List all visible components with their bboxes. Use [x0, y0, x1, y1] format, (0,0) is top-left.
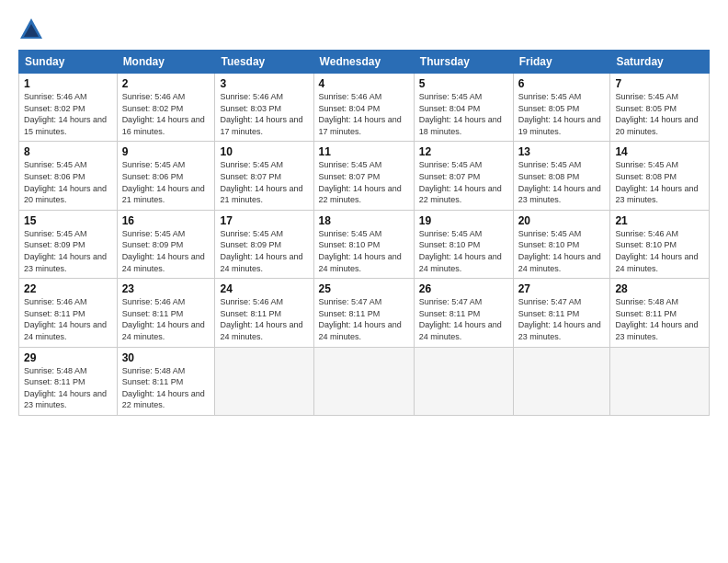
calendar-cell: 25 Sunrise: 5:47 AMSunset: 8:11 PMDaylig…	[313, 279, 414, 347]
calendar-cell: 20 Sunrise: 5:45 AMSunset: 8:10 PMDaylig…	[513, 210, 610, 278]
calendar-header-saturday: Saturday	[610, 51, 710, 74]
day-number: 10	[220, 145, 308, 158]
page: SundayMondayTuesdayWednesdayThursdayFrid…	[0, 0, 728, 563]
day-info: Sunrise: 5:45 AMSunset: 8:04 PMDaylight:…	[419, 92, 502, 136]
day-info: Sunrise: 5:46 AMSunset: 8:11 PMDaylight:…	[220, 297, 302, 341]
calendar-header-thursday: Thursday	[414, 51, 513, 74]
day-number: 21	[615, 214, 704, 227]
day-info: Sunrise: 5:47 AMSunset: 8:11 PMDaylight:…	[319, 297, 402, 341]
day-number: 4	[319, 77, 409, 90]
day-number: 2	[122, 77, 210, 90]
day-info: Sunrise: 5:45 AMSunset: 8:08 PMDaylight:…	[615, 160, 698, 204]
day-number: 6	[518, 77, 606, 90]
day-number: 26	[419, 282, 508, 295]
day-info: Sunrise: 5:45 AMSunset: 8:10 PMDaylight:…	[419, 229, 502, 273]
day-info: Sunrise: 5:45 AMSunset: 8:10 PMDaylight:…	[518, 229, 601, 273]
calendar-header-friday: Friday	[513, 51, 610, 74]
calendar-cell: 30 Sunrise: 5:48 AMSunset: 8:11 PMDaylig…	[117, 347, 215, 415]
day-info: Sunrise: 5:45 AMSunset: 8:07 PMDaylight:…	[319, 160, 402, 204]
day-info: Sunrise: 5:45 AMSunset: 8:09 PMDaylight:…	[220, 229, 302, 273]
calendar-cell: 4 Sunrise: 5:46 AMSunset: 8:04 PMDayligh…	[313, 74, 414, 142]
day-info: Sunrise: 5:47 AMSunset: 8:11 PMDaylight:…	[419, 297, 502, 341]
calendar-cell: 13 Sunrise: 5:45 AMSunset: 8:08 PMDaylig…	[513, 142, 610, 210]
day-info: Sunrise: 5:48 AMSunset: 8:11 PMDaylight:…	[122, 366, 205, 410]
calendar-cell: 5 Sunrise: 5:45 AMSunset: 8:04 PMDayligh…	[414, 74, 513, 142]
day-number: 27	[518, 282, 606, 295]
calendar-cell: 1 Sunrise: 5:46 AMSunset: 8:02 PMDayligh…	[19, 74, 118, 142]
calendar-cell	[513, 347, 610, 415]
day-info: Sunrise: 5:48 AMSunset: 8:11 PMDaylight:…	[615, 297, 698, 341]
day-number: 15	[24, 214, 112, 227]
calendar-cell: 8 Sunrise: 5:45 AMSunset: 8:06 PMDayligh…	[19, 142, 118, 210]
logo-icon	[18, 17, 44, 42]
day-number: 5	[419, 77, 508, 90]
calendar-cell: 2 Sunrise: 5:46 AMSunset: 8:02 PMDayligh…	[117, 74, 215, 142]
day-info: Sunrise: 5:45 AMSunset: 8:09 PMDaylight:…	[122, 229, 205, 273]
day-info: Sunrise: 5:46 AMSunset: 8:02 PMDaylight:…	[122, 92, 205, 136]
day-number: 23	[122, 282, 210, 295]
day-number: 29	[24, 351, 112, 364]
day-info: Sunrise: 5:45 AMSunset: 8:08 PMDaylight:…	[518, 160, 601, 204]
logo	[18, 17, 48, 42]
day-number: 28	[615, 282, 704, 295]
day-info: Sunrise: 5:45 AMSunset: 8:09 PMDaylight:…	[24, 229, 107, 273]
calendar-cell: 19 Sunrise: 5:45 AMSunset: 8:10 PMDaylig…	[414, 210, 513, 278]
day-info: Sunrise: 5:46 AMSunset: 8:03 PMDaylight:…	[220, 92, 302, 136]
calendar-cell: 15 Sunrise: 5:45 AMSunset: 8:09 PMDaylig…	[19, 210, 118, 278]
day-info: Sunrise: 5:46 AMSunset: 8:11 PMDaylight:…	[24, 297, 107, 341]
day-number: 13	[518, 145, 606, 158]
day-number: 12	[419, 145, 508, 158]
calendar-cell: 17 Sunrise: 5:45 AMSunset: 8:09 PMDaylig…	[215, 210, 313, 278]
calendar-header-wednesday: Wednesday	[313, 51, 414, 74]
day-number: 16	[122, 214, 210, 227]
day-info: Sunrise: 5:48 AMSunset: 8:11 PMDaylight:…	[24, 366, 107, 410]
calendar-cell: 29 Sunrise: 5:48 AMSunset: 8:11 PMDaylig…	[19, 347, 118, 415]
day-info: Sunrise: 5:45 AMSunset: 8:06 PMDaylight:…	[24, 160, 107, 204]
calendar-cell	[414, 347, 513, 415]
calendar-cell: 18 Sunrise: 5:45 AMSunset: 8:10 PMDaylig…	[313, 210, 414, 278]
day-number: 20	[518, 214, 606, 227]
day-info: Sunrise: 5:46 AMSunset: 8:04 PMDaylight:…	[319, 92, 402, 136]
calendar-cell: 26 Sunrise: 5:47 AMSunset: 8:11 PMDaylig…	[414, 279, 513, 347]
day-number: 17	[220, 214, 308, 227]
calendar-header-monday: Monday	[117, 51, 215, 74]
calendar-cell: 6 Sunrise: 5:45 AMSunset: 8:05 PMDayligh…	[513, 74, 610, 142]
day-info: Sunrise: 5:45 AMSunset: 8:10 PMDaylight:…	[319, 229, 402, 273]
day-number: 1	[24, 77, 112, 90]
calendar-cell: 12 Sunrise: 5:45 AMSunset: 8:07 PMDaylig…	[414, 142, 513, 210]
day-info: Sunrise: 5:45 AMSunset: 8:06 PMDaylight:…	[122, 160, 205, 204]
calendar-cell	[313, 347, 414, 415]
header	[18, 17, 710, 42]
calendar-cell: 9 Sunrise: 5:45 AMSunset: 8:06 PMDayligh…	[117, 142, 215, 210]
calendar-cell: 22 Sunrise: 5:46 AMSunset: 8:11 PMDaylig…	[19, 279, 118, 347]
calendar-cell: 11 Sunrise: 5:45 AMSunset: 8:07 PMDaylig…	[313, 142, 414, 210]
calendar-cell: 27 Sunrise: 5:47 AMSunset: 8:11 PMDaylig…	[513, 279, 610, 347]
day-info: Sunrise: 5:45 AMSunset: 8:07 PMDaylight:…	[220, 160, 302, 204]
day-number: 3	[220, 77, 308, 90]
day-number: 8	[24, 145, 112, 158]
day-number: 14	[615, 145, 704, 158]
day-info: Sunrise: 5:46 AMSunset: 8:02 PMDaylight:…	[24, 92, 107, 136]
calendar-cell: 24 Sunrise: 5:46 AMSunset: 8:11 PMDaylig…	[215, 279, 313, 347]
calendar-cell: 3 Sunrise: 5:46 AMSunset: 8:03 PMDayligh…	[215, 74, 313, 142]
day-number: 25	[319, 282, 409, 295]
day-info: Sunrise: 5:46 AMSunset: 8:10 PMDaylight:…	[615, 229, 698, 273]
calendar-cell: 16 Sunrise: 5:45 AMSunset: 8:09 PMDaylig…	[117, 210, 215, 278]
day-info: Sunrise: 5:45 AMSunset: 8:07 PMDaylight:…	[419, 160, 502, 204]
calendar-cell: 23 Sunrise: 5:46 AMSunset: 8:11 PMDaylig…	[117, 279, 215, 347]
calendar-cell: 7 Sunrise: 5:45 AMSunset: 8:05 PMDayligh…	[610, 74, 710, 142]
calendar-cell: 28 Sunrise: 5:48 AMSunset: 8:11 PMDaylig…	[610, 279, 710, 347]
day-number: 18	[319, 214, 409, 227]
day-number: 9	[122, 145, 210, 158]
calendar-cell	[610, 347, 710, 415]
day-info: Sunrise: 5:45 AMSunset: 8:05 PMDaylight:…	[518, 92, 601, 136]
day-info: Sunrise: 5:46 AMSunset: 8:11 PMDaylight:…	[122, 297, 205, 341]
day-info: Sunrise: 5:47 AMSunset: 8:11 PMDaylight:…	[518, 297, 601, 341]
calendar-table: SundayMondayTuesdayWednesdayThursdayFrid…	[18, 50, 710, 416]
calendar-header-tuesday: Tuesday	[215, 51, 313, 74]
calendar-cell	[215, 347, 313, 415]
day-number: 24	[220, 282, 308, 295]
calendar-cell: 21 Sunrise: 5:46 AMSunset: 8:10 PMDaylig…	[610, 210, 710, 278]
calendar-cell: 10 Sunrise: 5:45 AMSunset: 8:07 PMDaylig…	[215, 142, 313, 210]
calendar-cell: 14 Sunrise: 5:45 AMSunset: 8:08 PMDaylig…	[610, 142, 710, 210]
